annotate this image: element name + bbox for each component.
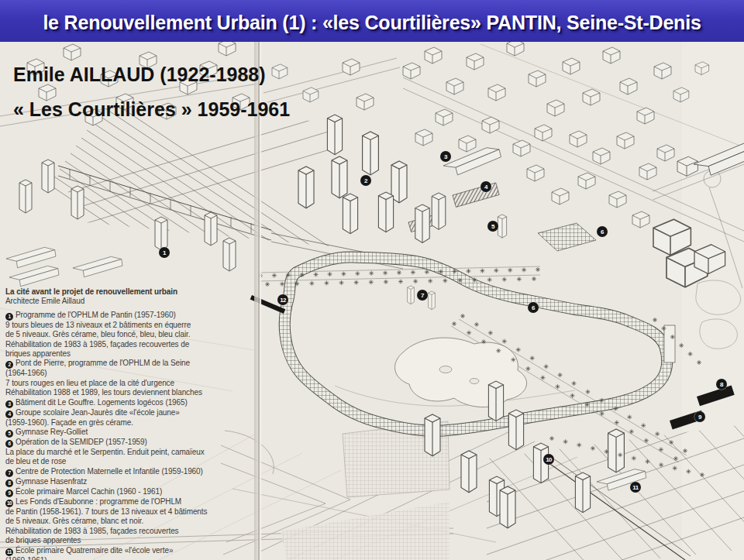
legend-line: de Pantin (1958-1961). 7 tours de 13 niv… [5, 507, 244, 517]
legend-item-number: 4 [5, 411, 13, 418]
legend-item-number: 3 [5, 400, 13, 408]
legend-item-number: 8 [5, 479, 13, 487]
title-banner: le Renouvellement Urbain (1) : «les Cour… [0, 0, 744, 42]
legend-items: 1Programme de l'OPHLM de Pantin (1957-19… [5, 311, 244, 560]
legend-line: de 5 niveaux. Grès cérame, blanc et noir… [5, 517, 244, 526]
legend-line: 8Gymnase Hasenfratz [5, 477, 244, 487]
legend-line: (1960-1961) [5, 556, 244, 560]
legend-line: 1Programme de l'OPHLM de Pantin (1957-19… [5, 311, 244, 321]
legend: La cité avant le projet de renouvellemen… [5, 287, 244, 560]
project-name: « Les Courtilières » 1959-1961 [13, 98, 290, 121]
legend-line: Réhabilitation de 1983 à 1985, façades r… [5, 340, 244, 349]
legend-line: de 5 niveaux. Grès cérame, bleu foncé, b… [5, 330, 244, 339]
legend-line: 4Groupe scolaire Jean-Jaurès dite «l'éco… [5, 408, 244, 418]
legend-item-number: 9 [5, 490, 13, 497]
architect-name: Emile AILLAUD (1922-1988) [13, 64, 266, 86]
legend-line: 10Les Fonds d'Eaubonne : programme de l'… [5, 497, 244, 507]
legend-item-number: 2 [5, 361, 13, 369]
legend-line: La place du marché et le Serpentin. Endu… [5, 448, 244, 457]
legend-line: 9 tours bleues de 13 niveaux et 2 bâtime… [5, 321, 244, 330]
legend-line: 5Gymnase Rey-Golliet [5, 428, 244, 438]
legend-line: 11École primaire Quatremaire dite «l'éco… [5, 546, 244, 556]
legend-line: 7 tours rouges en lieu et place de la ci… [5, 379, 244, 388]
legend-subtitle: Architecte Emile Aillaud [5, 297, 244, 306]
legend-line: Réhabilitation 1988 et 1989, les tours d… [5, 388, 244, 397]
legend-line: 3Bâtiment dit Le Gouffre. Logements logé… [5, 398, 244, 408]
legend-line: (1964-1966) [5, 369, 244, 378]
legend-line: Réhabilitation de 1983 à 1985, façades r… [5, 527, 244, 536]
legend-line: 2Pont de Pierre, programme de l'OPHLM de… [5, 359, 244, 369]
legend-line: de bleu et de rose [5, 457, 244, 466]
legend-item-number: 7 [5, 469, 13, 477]
legend-line: briques apparentes [5, 349, 244, 359]
presentation-slide: le Renouvellement Urbain (1) : «les Cour… [0, 0, 744, 560]
legend-item-number: 10 [5, 500, 13, 507]
legend-line: 7Centre de Protection Maternelle et Infa… [5, 467, 244, 477]
legend-line: (1959-1960). Façade en grès cérame. [5, 418, 244, 428]
legend-line: 9École primaire Marcel Cachin (1960 - 19… [5, 487, 244, 497]
legend-item-number: 1 [5, 313, 13, 321]
legend-line: 6Opération de la SEMIDEP (1957-1959) [5, 438, 244, 448]
legend-item-number: 6 [5, 440, 13, 448]
legend-item-number: 11 [5, 548, 13, 556]
legend-line: de briques apparentes [5, 536, 244, 545]
legend-title: La cité avant le projet de renouvellemen… [5, 287, 244, 297]
legend-item-number: 5 [5, 430, 13, 438]
page-title: le Renouvellement Urbain (1) : «les Cour… [43, 9, 701, 34]
